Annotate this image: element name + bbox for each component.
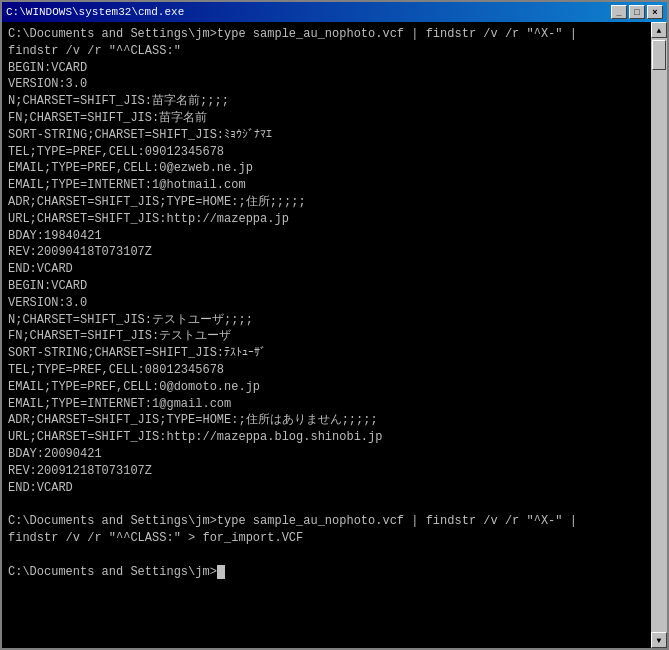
scroll-thumb[interactable]	[652, 40, 666, 70]
window-title: C:\WINDOWS\system32\cmd.exe	[6, 6, 184, 18]
content-area: C:\Documents and Settings\jm>type sample…	[2, 22, 667, 648]
scroll-up-arrow[interactable]: ▲	[651, 22, 667, 38]
scrollbar[interactable]: ▲ ▼	[651, 22, 667, 648]
terminal-output[interactable]: C:\Documents and Settings\jm>type sample…	[2, 22, 651, 648]
title-bar-buttons: _ □ ×	[611, 5, 663, 19]
close-button[interactable]: ×	[647, 5, 663, 19]
maximize-button[interactable]: □	[629, 5, 645, 19]
title-bar: C:\WINDOWS\system32\cmd.exe _ □ ×	[2, 2, 667, 22]
scroll-down-arrow[interactable]: ▼	[651, 632, 667, 648]
terminal-text: C:\Documents and Settings\jm>type sample…	[8, 26, 645, 580]
cursor-blink	[217, 565, 225, 579]
minimize-button[interactable]: _	[611, 5, 627, 19]
cmd-window: C:\WINDOWS\system32\cmd.exe _ □ × C:\Doc…	[0, 0, 669, 650]
